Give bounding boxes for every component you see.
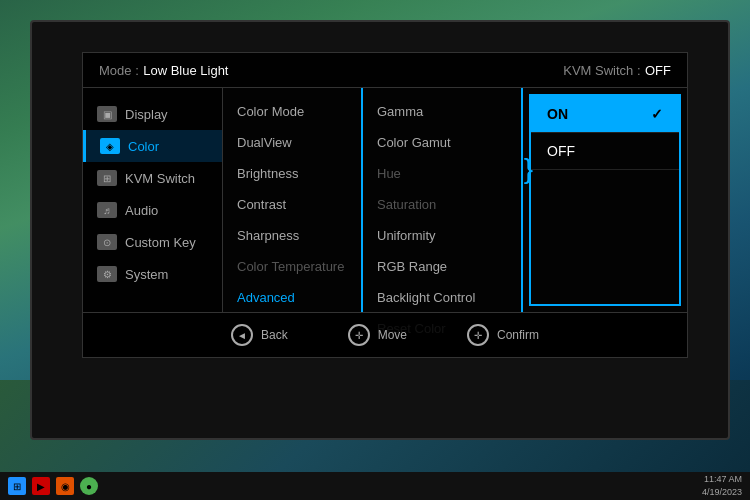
nav-back[interactable]: ◄ Back xyxy=(231,324,288,346)
menu-contrast[interactable]: Contrast xyxy=(223,189,361,220)
checkmark-icon xyxy=(651,106,663,122)
sidebar-item-display[interactable]: ▣ Display xyxy=(83,98,222,130)
main-content: ▣ Display ◈ Color ⊞ KVM Switch ♬ Audio xyxy=(83,88,687,312)
back-label: Back xyxy=(261,328,288,342)
sub-hue[interactable]: Hue xyxy=(363,158,521,189)
off-label: OFF xyxy=(547,143,575,159)
sub-color-gamut[interactable]: Color Gamut xyxy=(363,127,521,158)
color-label: Color xyxy=(128,139,159,154)
kvm-display: KVM Switch : OFF xyxy=(563,61,671,79)
submenu-column: Gamma Color Gamut Hue Saturation Uniform… xyxy=(363,88,523,312)
system-icon: ⚙ xyxy=(97,266,117,282)
sub-backlight-control[interactable]: Backlight Control xyxy=(363,282,521,313)
system-label: System xyxy=(125,267,168,282)
date-value: 4/19/2023 xyxy=(702,486,742,499)
menu-color-mode[interactable]: Color Mode xyxy=(223,96,361,127)
display-icon: ▣ xyxy=(97,106,117,122)
back-icon: ◄ xyxy=(231,324,253,346)
osd-panel: Mode : Low Blue Light KVM Switch : OFF ▣… xyxy=(82,52,688,358)
confirm-label: Confirm xyxy=(497,328,539,342)
taskbar: ⊞ ▶ ◉ ● 11:47 AM 4/19/2023 xyxy=(0,472,750,500)
audio-icon: ♬ xyxy=(97,202,117,218)
sidebar-item-system[interactable]: ⚙ System xyxy=(83,258,222,290)
dropdown-off[interactable]: OFF xyxy=(531,133,679,170)
sub-gamma[interactable]: Gamma xyxy=(363,96,521,127)
menu-brightness[interactable]: Brightness xyxy=(223,158,361,189)
sidebar: ▣ Display ◈ Color ⊞ KVM Switch ♬ Audio xyxy=(83,88,223,312)
sub-saturation[interactable]: Saturation xyxy=(363,189,521,220)
sidebar-item-custom-key[interactable]: ⊙ Custom Key xyxy=(83,226,222,258)
nav-confirm[interactable]: ✛ Confirm xyxy=(467,324,539,346)
on-label: ON xyxy=(547,106,568,122)
audio-label: Audio xyxy=(125,203,158,218)
nav-move[interactable]: ✛ Move xyxy=(348,324,407,346)
mode-display: Mode : Low Blue Light xyxy=(99,61,228,79)
move-label: Move xyxy=(378,328,407,342)
mode-value: Low Blue Light xyxy=(143,63,228,78)
app-icon-1[interactable]: ▶ xyxy=(32,477,50,495)
display-label: Display xyxy=(125,107,168,122)
dropdown-on[interactable]: ON xyxy=(531,96,679,133)
start-icon[interactable]: ⊞ xyxy=(8,477,26,495)
confirm-icon: ✛ xyxy=(467,324,489,346)
kvm-value: OFF xyxy=(645,63,671,78)
screenshot-wrapper: Mode : Low Blue Light KVM Switch : OFF ▣… xyxy=(0,0,750,500)
sidebar-item-audio[interactable]: ♬ Audio xyxy=(83,194,222,226)
custom-key-label: Custom Key xyxy=(125,235,196,250)
sub-rgb-range[interactable]: RGB Range xyxy=(363,251,521,282)
top-bar: Mode : Low Blue Light KVM Switch : OFF xyxy=(83,53,687,88)
kvm-label-text: KVM Switch xyxy=(125,171,195,186)
app-icon-2[interactable]: ◉ xyxy=(56,477,74,495)
monitor-bezel: Mode : Low Blue Light KVM Switch : OFF ▣… xyxy=(30,20,730,440)
move-icon: ✛ xyxy=(348,324,370,346)
app-icon-3[interactable]: ● xyxy=(80,477,98,495)
time-value: 11:47 AM xyxy=(702,473,742,486)
kvm-label: KVM Switch : xyxy=(563,63,640,78)
custom-key-icon: ⊙ xyxy=(97,234,117,250)
bottom-navigation: ◄ Back ✛ Move ✛ Confirm xyxy=(83,312,687,357)
color-icon: ◈ xyxy=(100,138,120,154)
sidebar-item-kvm[interactable]: ⊞ KVM Switch xyxy=(83,162,222,194)
bracket-icon: } xyxy=(524,155,533,183)
menu-sharpness[interactable]: Sharpness xyxy=(223,220,361,251)
menu-color-temperature[interactable]: Color Temperature xyxy=(223,251,361,282)
time-display: 11:47 AM 4/19/2023 xyxy=(702,473,742,498)
kvm-icon: ⊞ xyxy=(97,170,117,186)
menu-dualview[interactable]: DualView xyxy=(223,127,361,158)
sub-uniformity[interactable]: Uniformity xyxy=(363,220,521,251)
color-menu-column: Color Mode DualView Brightness Contrast … xyxy=(223,88,363,312)
menu-advanced[interactable]: Advanced xyxy=(223,282,361,313)
mode-label: Mode : xyxy=(99,63,139,78)
dropdown-column: ON OFF xyxy=(529,94,681,306)
sidebar-item-color[interactable]: ◈ Color xyxy=(83,130,222,162)
